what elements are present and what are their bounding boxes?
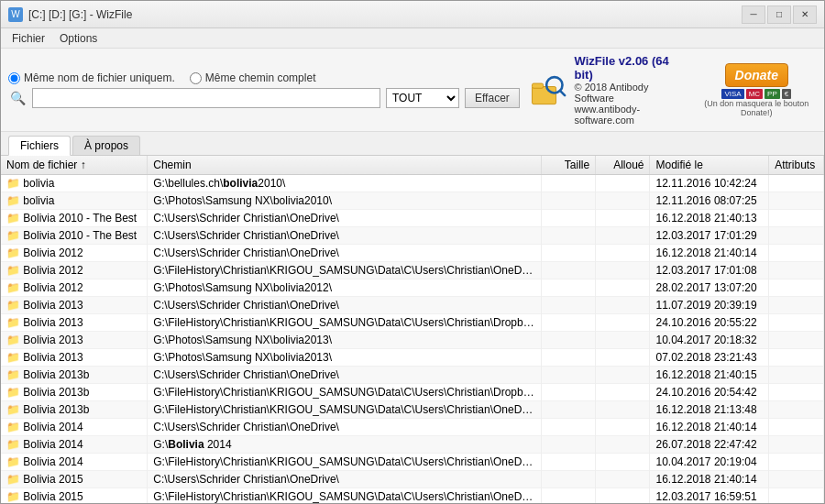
cell-attrs <box>769 314 824 332</box>
cell-modified: 16.12.2018 21:40:14 <box>650 419 769 436</box>
col-header-alloc[interactable]: Alloué <box>596 156 650 175</box>
cell-modified: 12.03.2017 16:59:51 <box>650 488 769 505</box>
cell-path: C:\Users\Schrider Christian\OneDrive\ <box>148 367 542 384</box>
table-body: 📁 boliviaG:\bellules.ch\bolivia2010\12.1… <box>1 175 824 505</box>
window-title: [C:] [D:] [G:] - WizFile <box>28 8 132 21</box>
cell-attrs <box>769 454 824 471</box>
app-name: WizFile v2.06 (64 bit) <box>575 54 684 82</box>
table-row[interactable]: 📁 Bolivia 2012C:\Users\Schrider Christia… <box>1 245 824 262</box>
cell-name: 📁 Bolivia 2013b <box>1 384 148 401</box>
clear-button[interactable]: Effacer <box>465 88 520 108</box>
close-button[interactable]: ✕ <box>793 5 817 24</box>
svg-line-3 <box>560 91 565 95</box>
table-row[interactable]: 📁 Bolivia 2013bG:\FileHistory\Christian\… <box>1 401 824 419</box>
cell-size <box>542 279 596 297</box>
menu-options[interactable]: Options <box>52 30 104 47</box>
cell-path: G:\Photos\Samsung NX\bolivia2012\ <box>148 279 542 297</box>
radio-unique-name[interactable]: Même nom de fichier uniquem. <box>8 71 175 84</box>
file-table-container[interactable]: Nom de fichier ↑ Chemin Taille Alloué Mo… <box>1 156 824 504</box>
table-row[interactable]: 📁 Bolivia 2013G:\Photos\Samsung NX\boliv… <box>1 332 824 349</box>
cell-name: 📁 Bolivia 2013b <box>1 367 148 384</box>
cell-alloc <box>596 175 650 192</box>
table-row[interactable]: 📁 Bolivia 2013C:\Users\Schrider Christia… <box>1 297 824 314</box>
col-header-attrs[interactable]: Attributs <box>769 156 824 175</box>
cell-attrs <box>769 175 824 192</box>
table-row[interactable]: 📁 Bolivia 2013bG:\FileHistory\Christian\… <box>1 384 824 401</box>
cell-alloc <box>596 262 650 279</box>
radio-full-path[interactable]: Même chemin complet <box>190 71 316 84</box>
table-row[interactable]: 📁 Bolivia 2012G:\Photos\Samsung NX\boliv… <box>1 279 824 297</box>
col-header-size[interactable]: Taille <box>542 156 596 175</box>
cell-size <box>542 314 596 332</box>
cell-alloc <box>596 210 650 227</box>
cell-modified: 10.04.2017 20:19:04 <box>650 454 769 471</box>
col-header-path[interactable]: Chemin <box>148 156 542 175</box>
table-row[interactable]: 📁 Bolivia 2014C:\Users\Schrider Christia… <box>1 419 824 436</box>
cell-modified: 24.10.2016 20:55:22 <box>650 314 769 332</box>
cell-size <box>542 488 596 505</box>
filter-dropdown[interactable]: TOUT PDF DOC XLS <box>386 88 459 108</box>
table-row[interactable]: 📁 Bolivia 2010 - The BestC:\Users\Schrid… <box>1 210 824 227</box>
cell-attrs <box>769 401 824 419</box>
cell-alloc <box>596 436 650 454</box>
cell-size <box>542 454 596 471</box>
maximize-button[interactable]: □ <box>767 5 791 24</box>
minimize-button[interactable]: ─ <box>742 5 765 24</box>
radio-full-path-input[interactable] <box>190 72 202 84</box>
table-row[interactable]: 📁 Bolivia 2013bC:\Users\Schrider Christi… <box>1 367 824 384</box>
search-input[interactable] <box>32 88 380 108</box>
cell-size <box>542 384 596 401</box>
app-copyright: © 2018 Antibody Software <box>575 82 684 104</box>
table-row[interactable]: 📁 Bolivia 2015C:\Users\Schrider Christia… <box>1 471 824 488</box>
visa-icon: VISA <box>721 89 743 99</box>
menu-fichier[interactable]: Fichier <box>5 30 52 47</box>
cell-size <box>542 332 596 349</box>
cell-alloc <box>596 314 650 332</box>
tab-apropos[interactable]: À propos <box>72 136 140 155</box>
cell-path: G:\FileHistory\Christian\KRIGOU_SAMSUNG\… <box>148 262 542 279</box>
cell-size <box>542 471 596 488</box>
table-row[interactable]: 📁 boliviaG:\Photos\Samsung NX\bolivia201… <box>1 192 824 210</box>
cell-size <box>542 436 596 454</box>
table-row[interactable]: 📁 boliviaG:\bellules.ch\bolivia2010\12.1… <box>1 175 824 192</box>
cell-attrs <box>769 436 824 454</box>
table-row[interactable]: 📁 Bolivia 2010 - The BestC:\Users\Schrid… <box>1 227 824 245</box>
donate-button[interactable]: Donate <box>725 63 788 87</box>
cell-name: 📁 Bolivia 2014 <box>1 419 148 436</box>
table-row[interactable]: 📁 Bolivia 2012G:\FileHistory\Christian\K… <box>1 262 824 279</box>
table-row[interactable]: 📁 Bolivia 2015G:\FileHistory\Christian\K… <box>1 488 824 505</box>
cell-path: G:\Bolivia 2014 <box>148 436 542 454</box>
cell-modified: 28.02.2017 13:07:20 <box>650 279 769 297</box>
table-row[interactable]: 📁 Bolivia 2014G:\Bolivia 201426.07.2018 … <box>1 436 824 454</box>
cell-size <box>542 401 596 419</box>
cell-alloc <box>596 384 650 401</box>
cell-alloc <box>596 332 650 349</box>
cell-name: 📁 Bolivia 2013 <box>1 297 148 314</box>
cell-modified: 12.03.2017 17:01:29 <box>650 227 769 245</box>
card-icons: VISA MC PP € <box>721 89 791 99</box>
cell-size <box>542 419 596 436</box>
cell-size <box>542 367 596 384</box>
cell-alloc <box>596 297 650 314</box>
cell-name: 📁 Bolivia 2013b <box>1 401 148 419</box>
col-header-name[interactable]: Nom de fichier ↑ <box>1 156 148 175</box>
cell-size <box>542 192 596 210</box>
cell-alloc <box>596 401 650 419</box>
cell-path: G:\Photos\Samsung NX\bolivia2010\ <box>148 192 542 210</box>
tab-fichiers[interactable]: Fichiers <box>8 136 71 156</box>
search-row: 🔍 TOUT PDF DOC XLS Effacer <box>8 88 520 108</box>
cell-attrs <box>769 349 824 367</box>
cell-alloc <box>596 488 650 505</box>
bank-icon: € <box>782 89 791 99</box>
cell-name: 📁 Bolivia 2013 <box>1 332 148 349</box>
table-row[interactable]: 📁 Bolivia 2013G:\FileHistory\Christian\K… <box>1 314 824 332</box>
cell-name: 📁 Bolivia 2013 <box>1 314 148 332</box>
radio-unique-name-input[interactable] <box>8 72 20 84</box>
table-row[interactable]: 📁 Bolivia 2013G:\Photos\Samsung NX\boliv… <box>1 349 824 367</box>
cell-name: 📁 Bolivia 2012 <box>1 262 148 279</box>
logo-info: WizFile v2.06 (64 bit) © 2018 Antibody S… <box>575 54 684 126</box>
table-row[interactable]: 📁 Bolivia 2014G:\FileHistory\Christian\K… <box>1 454 824 471</box>
col-header-modified[interactable]: Modifié le <box>650 156 769 175</box>
cell-modified: 07.02.2018 23:21:43 <box>650 349 769 367</box>
cell-path: G:\FileHistory\Christian\KRIGOU_SAMSUNG\… <box>148 454 542 471</box>
